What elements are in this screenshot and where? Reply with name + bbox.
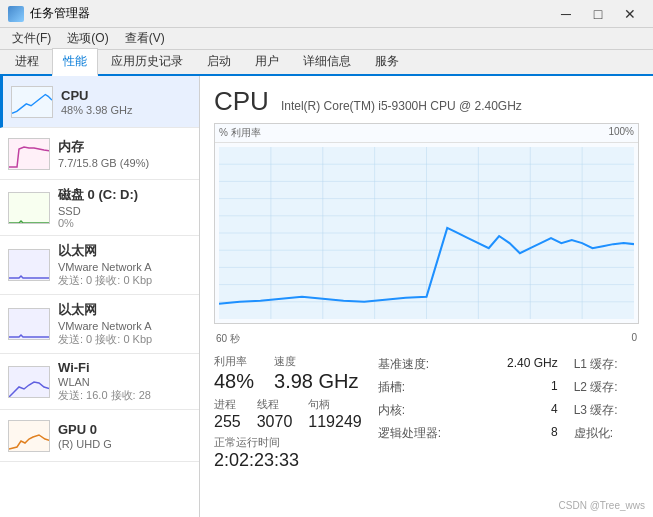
menu-file[interactable]: 文件(F) xyxy=(4,28,59,49)
sockets-val: 1 xyxy=(551,379,558,396)
tab-details[interactable]: 详细信息 xyxy=(292,48,362,74)
info-logical: 逻辑处理器: 8 xyxy=(378,423,558,446)
minimize-button[interactable]: ─ xyxy=(551,4,581,24)
sockets-key: 插槽: xyxy=(378,379,405,396)
menu-view[interactable]: 查看(V) xyxy=(117,28,173,49)
virt-key: 虚拟化: xyxy=(574,425,613,444)
info-base-speed: 基准速度: 2.40 GHz xyxy=(378,354,558,375)
info-virt: 虚拟化: 已启用 xyxy=(574,423,653,446)
utilization-value: 48% xyxy=(214,369,254,393)
menu-options[interactable]: 选项(O) xyxy=(59,28,116,49)
disk-thumbnail xyxy=(8,192,50,224)
ethernet1-info: 以太网 VMware Network A 发送: 0 接收: 0 Kbp xyxy=(58,242,191,288)
info-right: 基准速度: 2.40 GHz L1 缓存: 256 KB 插槽: 1 L2 缓存… xyxy=(378,354,653,472)
ethernet2-thumbnail xyxy=(8,308,50,340)
processes-label: 进程 xyxy=(214,397,241,412)
ethernet2-name: 以太网 xyxy=(58,301,191,319)
memory-info: 内存 7.7/15.8 GB (49%) xyxy=(58,138,191,169)
menu-bar: 文件(F) 选项(O) 查看(V) xyxy=(0,28,653,50)
disk-info: 磁盘 0 (C: D:) SSD 0% xyxy=(58,186,191,229)
cpu-chart-svg xyxy=(219,147,634,319)
resource-item-wifi[interactable]: Wi-Fi WLAN 发送: 16.0 接收: 28 xyxy=(0,354,199,410)
tab-performance[interactable]: 性能 xyxy=(52,48,98,76)
main-container: CPU 48% 3.98 GHz 内存 7.7/15.8 GB (49%) xyxy=(0,76,653,517)
wifi-detail: WLAN xyxy=(58,376,191,388)
svg-rect-0 xyxy=(12,87,52,117)
info-l1: L1 缓存: 256 KB xyxy=(574,354,653,375)
resource-item-ethernet2[interactable]: 以太网 VMware Network A 发送: 0 接收: 0 Kbp xyxy=(0,295,199,354)
wifi-traffic: 发送: 16.0 接收: 28 xyxy=(58,388,191,403)
cores-val: 4 xyxy=(551,402,558,419)
cpu-header: CPU Intel(R) Core(TM) i5-9300H CPU @ 2.4… xyxy=(214,86,639,117)
memory-detail: 7.7/15.8 GB (49%) xyxy=(58,157,191,169)
close-button[interactable]: ✕ xyxy=(615,4,645,24)
base-speed-val: 2.40 GHz xyxy=(507,356,558,373)
memory-thumbnail xyxy=(8,138,50,170)
disk-usage: 0% xyxy=(58,217,191,229)
info-sockets: 插槽: 1 xyxy=(378,377,558,398)
cpu-thumbnail xyxy=(11,86,53,118)
speed-label: 速度 xyxy=(274,354,358,369)
gpu-detail: (R) UHD G xyxy=(58,438,191,450)
info-grid: 基准速度: 2.40 GHz L1 缓存: 256 KB 插槽: 1 L2 缓存… xyxy=(378,354,653,446)
resource-item-gpu[interactable]: GPU 0 (R) UHD G xyxy=(0,410,199,462)
gpu-info: GPU 0 (R) UHD G xyxy=(58,422,191,450)
svg-rect-3 xyxy=(9,250,50,281)
wifi-thumbnail xyxy=(8,366,50,398)
ethernet1-traffic: 发送: 0 接收: 0 Kbp xyxy=(58,273,191,288)
resource-item-ethernet1[interactable]: 以太网 VMware Network A 发送: 0 接收: 0 Kbp xyxy=(0,236,199,295)
memory-name: 内存 xyxy=(58,138,191,156)
tab-processes[interactable]: 进程 xyxy=(4,48,50,74)
stat-utilization: 利用率 48% xyxy=(214,354,254,393)
tab-users[interactable]: 用户 xyxy=(244,48,290,74)
threads-label: 线程 xyxy=(257,397,293,412)
title-bar: 任务管理器 ─ □ ✕ xyxy=(0,0,653,28)
stat-uptime: 正常运行时间 2:02:23:33 xyxy=(214,435,362,472)
chart-y-label: % 利用率 xyxy=(219,126,261,140)
base-speed-key: 基准速度: xyxy=(378,356,429,373)
gpu-thumbnail xyxy=(8,420,50,452)
l3-key: L3 缓存: xyxy=(574,402,618,419)
svg-rect-2 xyxy=(9,193,50,224)
svg-rect-1 xyxy=(9,139,50,170)
logical-val: 8 xyxy=(551,425,558,444)
processes-value: 255 xyxy=(214,412,241,431)
cpu-chart-container: % 利用率 100% xyxy=(214,123,639,324)
logical-key: 逻辑处理器: xyxy=(378,425,441,444)
ethernet1-name: 以太网 xyxy=(58,242,191,260)
cpu-name: CPU xyxy=(61,88,191,103)
tab-app-history[interactable]: 应用历史记录 xyxy=(100,48,194,74)
tab-startup[interactable]: 启动 xyxy=(196,48,242,74)
resource-item-memory[interactable]: 内存 7.7/15.8 GB (49%) xyxy=(0,128,199,180)
tab-services[interactable]: 服务 xyxy=(364,48,410,74)
cpu-info: CPU 48% 3.98 GHz xyxy=(61,88,191,116)
chart-x-left: 60 秒 xyxy=(216,332,240,346)
svg-rect-4 xyxy=(9,309,50,340)
stats-info-container: 利用率 48% 速度 3.98 GHz 进程 255 线程 30 xyxy=(214,354,639,472)
tab-bar: 进程 性能 应用历史记录 启动 用户 详细信息 服务 xyxy=(0,50,653,76)
ethernet2-traffic: 发送: 0 接收: 0 Kbp xyxy=(58,332,191,347)
stat-speed: 速度 3.98 GHz xyxy=(274,354,358,393)
app-icon xyxy=(8,6,24,22)
handles-value: 119249 xyxy=(308,412,361,431)
chart-y-max: 100% xyxy=(608,126,634,140)
resource-item-cpu[interactable]: CPU 48% 3.98 GHz xyxy=(0,76,199,128)
handles-label: 句柄 xyxy=(308,397,361,412)
threads-value: 3070 xyxy=(257,412,293,431)
stat-handles: 句柄 119249 xyxy=(308,397,361,431)
stat-processes: 进程 255 xyxy=(214,397,241,431)
gpu-name: GPU 0 xyxy=(58,422,191,437)
stat-threads: 线程 3070 xyxy=(257,397,293,431)
maximize-button[interactable]: □ xyxy=(583,4,613,24)
stats-left: 利用率 48% 速度 3.98 GHz 进程 255 线程 30 xyxy=(214,354,362,472)
watermark: CSDN @Tree_wws xyxy=(559,500,645,511)
uptime-label: 正常运行时间 xyxy=(214,435,362,450)
uptime-value: 2:02:23:33 xyxy=(214,450,362,472)
disk-name: 磁盘 0 (C: D:) xyxy=(58,186,191,204)
info-l2: L2 缓存: 1.0 MB xyxy=(574,377,653,398)
wifi-name: Wi-Fi xyxy=(58,360,191,375)
utilization-label: 利用率 xyxy=(214,354,254,369)
chart-header: % 利用率 100% xyxy=(215,124,638,143)
resource-item-disk[interactable]: 磁盘 0 (C: D:) SSD 0% xyxy=(0,180,199,236)
svg-rect-5 xyxy=(9,367,50,398)
